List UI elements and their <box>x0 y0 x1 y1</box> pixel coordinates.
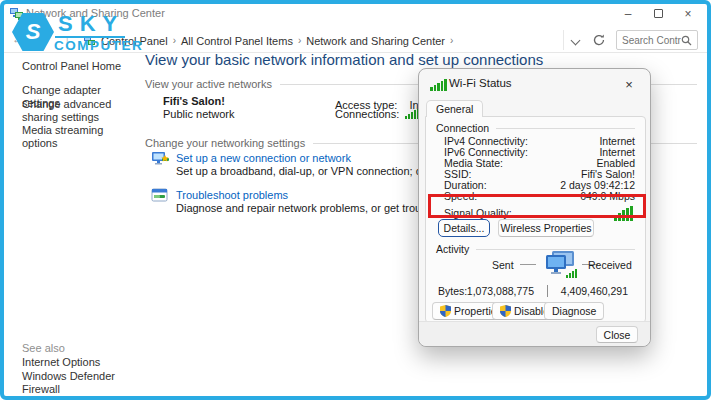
wifi-signal-icon <box>405 109 419 119</box>
ssid-row: SSID: Fifi's Salon! <box>444 169 635 180</box>
networking-settings-label: Change your networking settings <box>145 137 305 149</box>
dialog-title: Wi-Fi Status <box>449 77 512 89</box>
logo-monogram: S <box>26 19 41 45</box>
general-tab-panel: Connection IPv4 Connectivity: Internet I… <box>425 116 646 323</box>
bytes-sent-value: 1,073,088,775 <box>466 285 534 297</box>
duration-row: Duration: 2 days 09:42:12 <box>444 180 635 191</box>
tab-general[interactable]: General <box>426 100 483 117</box>
active-networks-label: View your active networks <box>145 78 272 90</box>
close-button[interactable]: × <box>673 0 703 27</box>
breadcrumb-item-all-items[interactable]: All Control Panel Items <box>181 35 293 47</box>
media-state-row: Media State: Enabled <box>444 158 635 169</box>
uac-shield-icon <box>440 305 451 317</box>
setup-connection-link[interactable]: Set up a new connection or network <box>176 152 351 164</box>
bytes-divider <box>547 285 548 297</box>
refresh-icon[interactable] <box>592 33 606 47</box>
sent-label: Sent <box>492 259 514 271</box>
see-also-label: See also <box>22 342 134 355</box>
breadcrumb-item-network-sharing[interactable]: Network and Sharing Center <box>306 35 445 47</box>
signal-quality-label: Signal Quality: <box>444 207 512 219</box>
dialog-close-icon[interactable]: × <box>616 74 642 94</box>
toolbar-divider <box>563 30 564 50</box>
new-connection-icon <box>151 151 169 168</box>
diagnose-button-label: Diagnose <box>552 305 596 317</box>
logo-text-sky: SKY <box>58 11 124 37</box>
sidebar-item-control-panel-home[interactable]: Control Panel Home <box>22 60 134 73</box>
network-sharing-center-window: Network and Sharing Center – × ← → ↑ Con… <box>0 0 711 400</box>
troubleshoot-link[interactable]: Troubleshoot problems <box>176 189 288 201</box>
connection-group-label: Connection <box>436 122 489 134</box>
connection-group-header: Connection <box>436 122 635 134</box>
connections-label: Connections: <box>335 108 405 120</box>
sidebar-item-media-streaming-options[interactable]: Media streaming options <box>22 124 134 149</box>
signal-quality-bars-icon <box>614 206 633 221</box>
speed-label: Speed: <box>444 190 477 202</box>
search-box <box>616 30 698 50</box>
group-rule <box>496 128 635 129</box>
wifi-status-icon <box>430 79 447 91</box>
breadcrumb-separator: › <box>298 35 301 46</box>
details-button[interactable]: Details... <box>438 219 490 237</box>
diagnose-button[interactable]: Diagnose <box>544 302 604 320</box>
wifi-status-dialog: Wi-Fi Status × General Connection IPv4 C… <box>418 68 651 347</box>
ipv4-row: IPv4 Connectivity: Internet <box>444 136 635 147</box>
activity-computers-icon <box>542 249 578 281</box>
speed-row: Speed: 649.0 Mbps <box>444 191 635 202</box>
sidebar-item-change-advanced-sharing[interactable]: Change advanced sharing settings <box>22 98 134 123</box>
troubleshoot-icon <box>151 188 168 204</box>
uac-shield-icon <box>500 305 511 317</box>
search-input[interactable] <box>617 35 681 46</box>
dialog-close-button[interactable]: Close <box>596 326 638 343</box>
network-name: Fifi's Salon! <box>163 95 225 107</box>
bytes-received-value: 4,409,460,291 <box>554 285 628 297</box>
logo-text-computer: COMPUTER <box>54 38 143 53</box>
window-controls: – × <box>613 0 703 27</box>
breadcrumb-separator: › <box>173 35 176 46</box>
network-type: Public network <box>163 108 235 120</box>
sky-computer-logo: S SKY COMPUTER <box>10 11 140 53</box>
sidebar-item-internet-options[interactable]: Internet Options <box>22 356 134 369</box>
breadcrumb-separator: › <box>450 35 453 46</box>
ipv6-row: IPv6 Connectivity: Internet <box>444 147 635 158</box>
dialog-footer: Close <box>419 321 650 346</box>
logo-hexagon-icon: S <box>12 13 54 51</box>
page-title: View your basic network information and … <box>145 51 543 68</box>
maximize-icon <box>654 9 663 18</box>
wireless-properties-button[interactable]: Wireless Properties <box>498 219 594 237</box>
bytes-label: Bytes: <box>438 285 467 297</box>
sent-received-row: Sent Received <box>426 249 645 283</box>
minimize-button[interactable]: – <box>613 0 643 27</box>
sent-dash <box>520 264 536 265</box>
bytes-row: Bytes: 1,073,088,775 4,409,460,291 <box>426 285 645 298</box>
received-label: Received <box>588 259 632 271</box>
sidebar-item-windows-defender-firewall[interactable]: Windows Defender Firewall <box>22 370 134 395</box>
maximize-button[interactable] <box>643 0 673 27</box>
speed-value: 649.0 Mbps <box>580 190 635 202</box>
search-icon <box>681 35 692 46</box>
